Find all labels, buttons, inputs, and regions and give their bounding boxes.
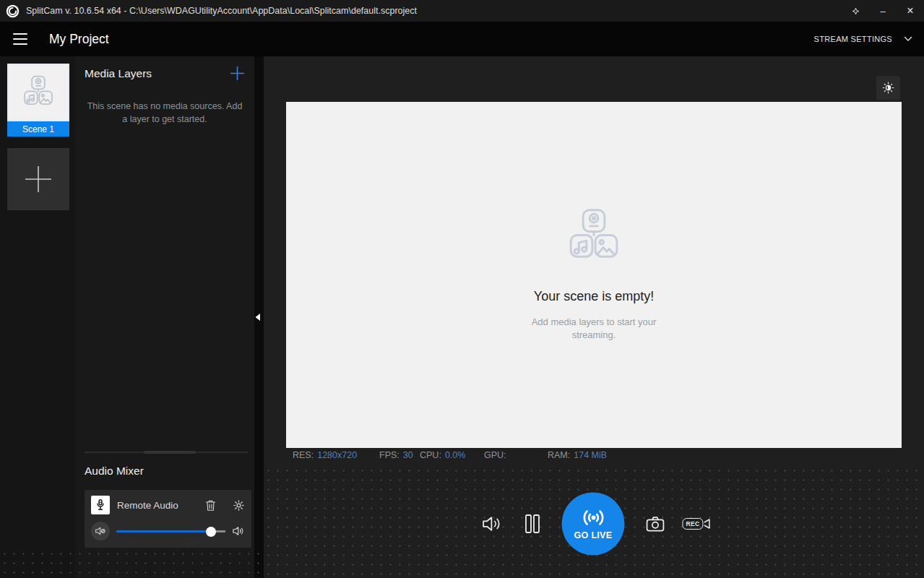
- rec-icon: REC: [682, 518, 710, 530]
- splitcam-logo-icon: [6, 4, 20, 18]
- scene-thumbnail: [7, 64, 69, 121]
- panel-collapse-handle[interactable]: [254, 56, 264, 578]
- plus-icon: [229, 65, 246, 82]
- audio-volume-row: [91, 522, 245, 540]
- titlebar: SplitCam v. 10.6.54 x64 - C:\Users\WDAGU…: [0, 0, 924, 22]
- scene-placeholder-icon: [19, 75, 58, 111]
- speaker-icon: [481, 514, 503, 533]
- audio-settings-button[interactable]: [233, 499, 245, 512]
- plus-icon: [24, 165, 53, 194]
- brightness-sun-icon: [881, 81, 895, 95]
- window-controls: – ×: [842, 0, 924, 22]
- brightness-button[interactable]: [876, 76, 900, 100]
- delete-audio-source-button[interactable]: [205, 499, 216, 512]
- close-button[interactable]: ×: [897, 0, 924, 22]
- add-layer-button[interactable]: [229, 65, 246, 82]
- trash-icon: [205, 499, 216, 512]
- media-layers-panel: Media Layers This scene has no media sou…: [75, 56, 254, 578]
- status-bar: RES:1280x720 FPS:30 CPU:0.0% GPU: RAM:17…: [264, 450, 924, 466]
- microphone-icon: [91, 496, 110, 514]
- add-scene-button[interactable]: [7, 148, 69, 210]
- scrollbar-thumb[interactable]: [144, 451, 196, 454]
- splitcam-window: SplitCam v. 10.6.54 x64 - C:\Users\WDAGU…: [0, 0, 924, 578]
- camera-icon: [645, 515, 665, 532]
- empty-scene-title: Your scene is empty!: [534, 289, 654, 304]
- broadcast-icon: [580, 508, 606, 528]
- pin-button[interactable]: [842, 0, 869, 22]
- scenes-sidebar: Scene 1: [0, 56, 75, 578]
- slider-thumb[interactable]: [206, 527, 216, 537]
- media-layers-title: Media Layers: [85, 67, 152, 80]
- stat-gpu: GPU:: [484, 450, 510, 460]
- collapse-left-icon: [254, 313, 261, 322]
- scene-placeholder-icon: [561, 208, 627, 267]
- preview-canvas: Your scene is empty! Add media layers to…: [286, 102, 902, 448]
- output-volume-button[interactable]: [481, 514, 503, 533]
- slider-fill: [116, 530, 211, 532]
- close-icon: ×: [907, 4, 913, 17]
- header: My Project STREAM SETTINGS: [0, 22, 924, 56]
- speaker-icon: [232, 525, 245, 537]
- stream-settings-label: STREAM SETTINGS: [814, 35, 892, 43]
- go-live-label: GO LIVE: [574, 530, 613, 540]
- audio-source-name: Remote Audio: [117, 500, 198, 511]
- rec-label: REC: [682, 518, 703, 530]
- chevron-down-icon: [904, 36, 912, 42]
- four-point-star-icon: [851, 7, 860, 16]
- speaker-muted-icon: [95, 526, 106, 536]
- stat-ram: RAM:174 MiB: [548, 450, 607, 460]
- hamburger-icon: [13, 33, 27, 35]
- snapshot-button[interactable]: [645, 515, 665, 532]
- camcorder-cone-icon: [704, 518, 711, 530]
- scene-label: Scene 1: [7, 121, 69, 137]
- record-button[interactable]: REC: [682, 518, 710, 530]
- scene-item-1[interactable]: Scene 1: [7, 64, 69, 137]
- volume-slider[interactable]: [116, 526, 225, 536]
- minimize-icon: –: [880, 6, 885, 17]
- pause-button[interactable]: [524, 514, 541, 534]
- empty-scene-subtitle: Add media layers to start your streaming…: [527, 316, 661, 342]
- preview-area: Your scene is empty! Add media layers to…: [264, 56, 924, 578]
- menu-button[interactable]: [13, 33, 27, 45]
- media-layers-empty-message: This scene has no media sources. Add a l…: [85, 100, 244, 126]
- minimize-button[interactable]: –: [869, 0, 897, 22]
- go-live-button[interactable]: GO LIVE: [562, 493, 625, 556]
- stat-fps: FPS:30: [379, 450, 413, 460]
- stat-cpu: CPU:0.0%: [420, 450, 465, 460]
- audio-source-card: Remote Audio: [85, 490, 251, 548]
- pause-icon: [524, 514, 541, 534]
- audio-source-row: Remote Audio: [91, 495, 245, 515]
- media-layers-header: Media Layers: [85, 65, 246, 82]
- gear-icon: [233, 499, 245, 512]
- stream-settings-button[interactable]: STREAM SETTINGS: [814, 35, 912, 43]
- project-title: My Project: [49, 32, 109, 47]
- window-title: SplitCam v. 10.6.54 x64 - C:\Users\WDAGU…: [26, 6, 417, 16]
- stat-resolution: RES:1280x720: [293, 450, 357, 460]
- mute-toggle-button[interactable]: [91, 522, 110, 540]
- layers-scrollbar[interactable]: [85, 450, 248, 454]
- audio-mixer-title: Audio Mixer: [85, 465, 144, 478]
